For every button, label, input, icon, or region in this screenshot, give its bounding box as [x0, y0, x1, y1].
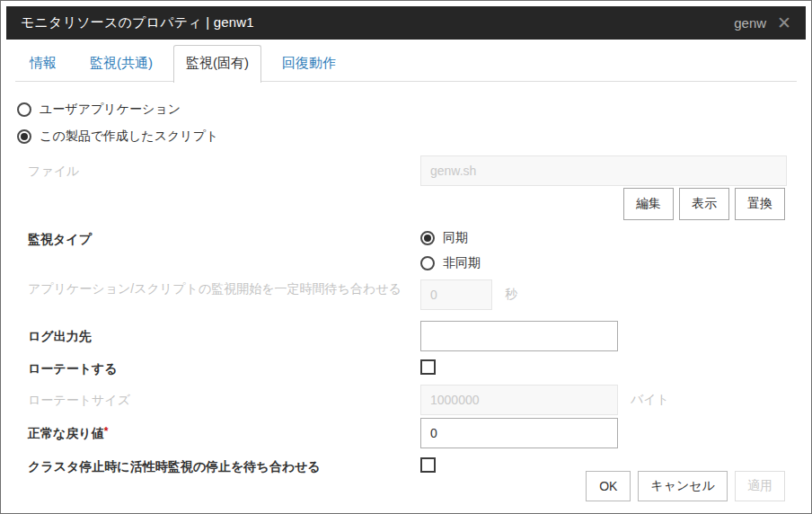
rotate-size-label: ローテートサイズ — [28, 391, 420, 409]
close-icon[interactable]: ✕ — [777, 14, 791, 31]
tab-info[interactable]: 情報 — [17, 45, 69, 82]
file-input — [420, 155, 787, 186]
normal-return-row: 正常な戻り値* — [1, 418, 811, 448]
file-label: ファイル — [28, 162, 420, 180]
required-asterisk: * — [104, 425, 109, 438]
radio-row-script: この製品で作成したスクリプト — [1, 123, 811, 150]
sync-radio[interactable] — [420, 231, 435, 245]
log-output-row: ログ出力先 — [1, 321, 811, 351]
async-radio[interactable] — [420, 256, 435, 270]
wait-start-row: アプリケーション/スクリプトの監視開始を一定時間待ち合わせる 秒 — [1, 279, 811, 310]
dialog-title: モニタリソースのプロパティ | genw1 — [21, 14, 734, 31]
user-application-radio[interactable] — [17, 102, 31, 117]
async-radio-label[interactable]: 非同期 — [443, 255, 481, 271]
script-created-radio-label[interactable]: この製品で作成したスクリプト — [40, 128, 218, 145]
log-output-input[interactable] — [420, 321, 618, 351]
apply-button: 適用 — [735, 471, 785, 501]
sync-radio-label[interactable]: 同期 — [443, 230, 468, 246]
edit-button[interactable]: 編集 — [623, 188, 674, 220]
ok-button[interactable]: OK — [586, 471, 631, 501]
wait-start-label: アプリケーション/スクリプトの監視開始を一定時間待ち合わせる — [28, 279, 420, 297]
normal-return-label: 正常な戻り値* — [28, 424, 420, 442]
title-bar: モニタリソースのプロパティ | genw1 genw ✕ — [6, 6, 806, 40]
wait-stop-label: クラスタ停止時に活性時監視の停止を待ち合わせる — [28, 457, 420, 475]
rotate-size-input — [420, 385, 618, 415]
normal-return-input[interactable] — [420, 418, 618, 448]
rotate-size-row: ローテートサイズ バイト — [1, 385, 811, 415]
tab-bar: 情報 監視(共通) 監視(固有) 回復動作 — [15, 45, 797, 82]
rotate-row: ローテートする — [1, 359, 811, 377]
rotate-size-unit: バイト — [631, 392, 669, 408]
replace-button[interactable]: 置換 — [735, 188, 785, 220]
tab-monitor-specific[interactable]: 監視(固有) — [173, 45, 261, 83]
monitor-type-label: 監視タイプ — [28, 226, 420, 248]
tab-recovery-action[interactable]: 回復動作 — [269, 45, 349, 82]
resource-name-label: genw — [734, 15, 766, 31]
tab-content: ユーザアプリケーション この製品で作成したスクリプト ファイル 編集 表示 置換… — [1, 82, 811, 476]
view-button[interactable]: 表示 — [679, 188, 729, 220]
script-created-radio[interactable] — [17, 129, 31, 144]
log-output-label: ログ出力先 — [28, 327, 420, 345]
monitor-type-row: 監視タイプ 同期 非同期 — [1, 226, 811, 276]
wait-start-unit: 秒 — [505, 287, 517, 303]
wait-stop-checkbox[interactable] — [420, 457, 436, 473]
monitor-resource-properties-dialog: モニタリソースのプロパティ | genw1 genw ✕ 情報 監視(共通) 監… — [0, 0, 812, 514]
radio-row-async: 非同期 — [420, 251, 787, 276]
file-button-row: 編集 表示 置換 — [1, 188, 811, 220]
footer-button-row: OK キャンセル 適用 — [586, 471, 785, 501]
wait-start-input — [420, 279, 492, 310]
radio-row-user-application: ユーザアプリケーション — [1, 96, 811, 123]
rotate-checkbox[interactable] — [420, 359, 436, 375]
rotate-label: ローテートする — [28, 359, 420, 377]
cancel-button[interactable]: キャンセル — [638, 471, 728, 501]
file-row: ファイル — [1, 155, 811, 186]
user-application-radio-label[interactable]: ユーザアプリケーション — [40, 102, 181, 118]
radio-row-sync: 同期 — [420, 226, 787, 251]
tab-monitor-common[interactable]: 監視(共通) — [77, 45, 165, 82]
normal-return-label-text: 正常な戻り値 — [28, 426, 104, 440]
